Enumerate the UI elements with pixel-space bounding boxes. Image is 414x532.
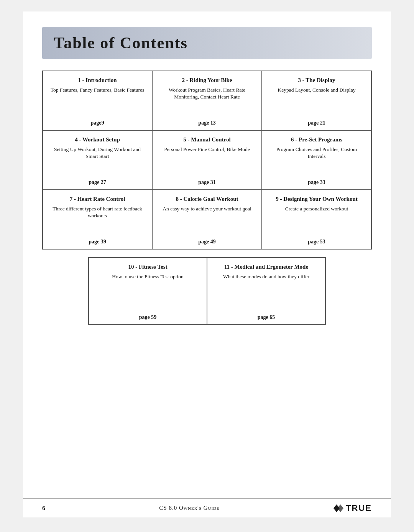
- toc-cell-6: 6 - Pre-Set Programs Program Choices and…: [262, 130, 371, 190]
- chapter-9-page: page 53: [308, 239, 325, 245]
- footer-guide-title: CS 8.0 Owner's Guide: [159, 505, 220, 511]
- toc-cell-2: 2 - Riding Your Bike Workout Program Bas…: [152, 71, 262, 130]
- chapter-6-page: page 33: [308, 179, 325, 186]
- chapter-3-page: page 21: [308, 120, 325, 126]
- page-title: Table of Contents: [54, 34, 360, 52]
- chapter-10-page: page 59: [139, 314, 157, 320]
- toc-cell-10: 10 - Fitness Test How to use the Fitness…: [89, 258, 207, 325]
- chapter-6-desc: Program Choices and Profiles, Custom Int…: [268, 146, 365, 177]
- chapter-10-title: 10 - Fitness Test: [128, 263, 167, 271]
- toc-cell-3: 3 - The Display Keypad Layout, Console a…: [262, 71, 371, 130]
- footer-page-number: 6: [42, 505, 45, 512]
- chapter-2-desc: Workout Program Basics, Heart Rate Monit…: [159, 87, 255, 117]
- chapter-1-title: 1 - Introduction: [78, 77, 117, 84]
- toc-cell-4: 4 - Workout Setup Setting Up Workout, Du…: [43, 130, 152, 190]
- toc-cell-8: 8 - Calorie Goal Workout An easy way to …: [152, 190, 262, 249]
- chapter-8-page: page 49: [198, 239, 216, 245]
- chapter-9-desc: Create a personalized workout: [285, 205, 348, 236]
- chapter-3-title: 3 - The Display: [298, 77, 335, 84]
- title-bar: Table of Contents: [42, 27, 372, 59]
- chapter-11-title: 11 - Medical and Ergometer Mode: [224, 263, 308, 271]
- bottom-grid: 10 - Fitness Test How to use the Fitness…: [88, 257, 326, 325]
- chapter-7-title: 7 - Heart Rate Control: [70, 195, 125, 203]
- true-logo-text: TRUE: [346, 503, 372, 513]
- chapter-5-desc: Personal Power Fine Control, Bike Mode: [164, 146, 250, 177]
- toc-cell-11: 11 - Medical and Ergometer Mode What the…: [207, 258, 325, 325]
- chapter-11-desc: What these modes do and how they differ: [223, 273, 309, 312]
- footer-logo: TRUE: [334, 503, 372, 513]
- chapter-9-title: 9 - Designing Your Own Workout: [276, 195, 358, 203]
- toc-cell-5: 5 - Manual Control Personal Power Fine C…: [152, 130, 262, 190]
- chapter-4-page: page 27: [89, 179, 106, 186]
- chapter-4-title: 4 - Workout Setup: [75, 136, 120, 144]
- chapter-8-title: 8 - Calorie Goal Workout: [176, 195, 238, 203]
- page: Table of Contents 1 - Introduction Top F…: [23, 11, 391, 517]
- chapter-4-desc: Setting Up Workout, During Workout and S…: [49, 146, 146, 177]
- chapter-7-desc: Three different types of heart rate feed…: [49, 205, 146, 236]
- chapter-6-title: 6 - Pre-Set Programs: [291, 136, 342, 144]
- chapter-3-desc: Keypad Layout, Console and Display: [278, 87, 356, 117]
- true-logo-icon: [334, 504, 344, 512]
- chapter-1-desc: Top Features, Fancy Features, Basic Feat…: [51, 87, 145, 117]
- footer: 6 CS 8.0 Owner's Guide TRUE: [23, 498, 391, 517]
- chapter-2-page: page 13: [198, 120, 216, 126]
- chapter-5-title: 5 - Manual Control: [183, 136, 230, 144]
- toc-cell-7: 7 - Heart Rate Control Three different t…: [43, 190, 152, 249]
- svg-marker-1: [337, 504, 343, 512]
- chapter-1-page: page9: [91, 120, 104, 126]
- toc-cell-1: 1 - Introduction Top Features, Fancy Fea…: [43, 71, 152, 130]
- chapter-11-page: page 65: [258, 314, 275, 320]
- chapter-7-page: page 39: [89, 239, 106, 245]
- toc-grid: 1 - Introduction Top Features, Fancy Fea…: [42, 71, 372, 250]
- chapter-10-desc: How to use the Fitness Test option: [112, 273, 183, 312]
- toc-cell-9: 9 - Designing Your Own Workout Create a …: [262, 190, 371, 249]
- chapter-5-page: page 31: [198, 179, 216, 186]
- chapter-8-desc: An easy way to achieve your workout goal: [163, 205, 251, 236]
- chapter-2-title: 2 - Riding Your Bike: [182, 77, 232, 84]
